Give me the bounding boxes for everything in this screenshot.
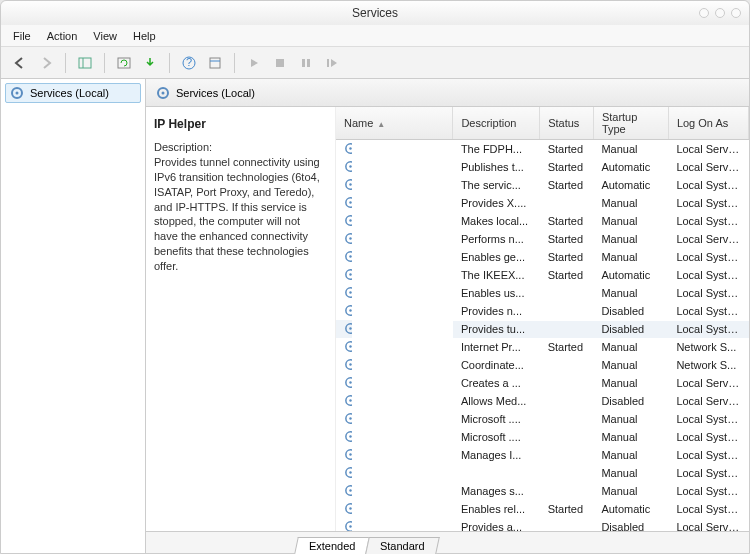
table-row[interactable]: Microsoft .NET Fra...Microsoft ....Manua… — [336, 410, 749, 428]
menu-help[interactable]: Help — [133, 30, 156, 42]
svg-point-26 — [349, 237, 351, 239]
table-row[interactable]: Group Policy ClientThe servic...StartedA… — [336, 176, 749, 194]
maximize-button[interactable] — [715, 8, 725, 18]
cell-description: Makes local... — [453, 212, 540, 230]
cell-status: Started — [540, 266, 594, 284]
col-name[interactable]: Name▲ — [336, 107, 453, 140]
tree-item-services-local[interactable]: Services (Local) — [5, 83, 141, 103]
cell-status — [540, 374, 594, 392]
cell-description: Microsoft .... — [453, 428, 540, 446]
cell-log-on-as: Local Service — [668, 158, 748, 176]
table-row[interactable]: Interactive Service...Enables us...Manua… — [336, 284, 749, 302]
cell-log-on-as: Network S... — [668, 356, 748, 374]
cell-name: KtmRm for Distribut... — [336, 356, 352, 374]
table-row[interactable]: IKE and AuthIP IPs...The IKEEX...Started… — [336, 266, 749, 284]
cell-log-on-as: Local System — [668, 266, 748, 284]
table-row[interactable]: Internet Connectio...Provides n...Disabl… — [336, 302, 749, 320]
cell-description: Enables rel... — [453, 500, 540, 518]
cell-name: Link-Layer Topolog... — [336, 374, 352, 392]
services-window: Services File Action View Help ? — [0, 0, 750, 554]
cell-log-on-as: Network S... — [668, 338, 748, 356]
menu-file[interactable]: File — [13, 30, 31, 42]
cell-description — [453, 464, 540, 482]
service-gear-icon — [344, 484, 352, 497]
table-row[interactable]: HomeGroup ProviderPerforms n...StartedMa… — [336, 230, 749, 248]
cell-description: Microsoft .... — [453, 410, 540, 428]
service-gear-icon — [344, 358, 352, 371]
table-row[interactable]: Net.Tcp Port Sharin...Provides a...Disab… — [336, 518, 749, 531]
service-gear-icon — [344, 376, 352, 389]
svg-point-50 — [349, 453, 351, 455]
pause-service-button[interactable] — [295, 52, 317, 74]
table-row[interactable]: IPsec Policy AgentInternet Pr...StartedM… — [336, 338, 749, 356]
cell-status: Started — [540, 176, 594, 194]
table-row[interactable]: Microsoft iSCSI Initi...Manages I...Manu… — [336, 446, 749, 464]
tab-standard[interactable]: Standard — [366, 537, 440, 554]
cell-startup-type: Manual — [593, 194, 668, 212]
body: Services (Local) Services (Local) IP Hel… — [1, 79, 749, 553]
table-row[interactable]: Microsoft SharePoi...ManualLocal System — [336, 464, 749, 482]
cell-startup-type: Disabled — [593, 302, 668, 320]
cell-name: IP Helper — [336, 320, 352, 338]
back-button[interactable] — [9, 52, 31, 74]
detail-header-label: Services (Local) — [176, 87, 255, 99]
service-gear-icon — [344, 466, 352, 479]
cell-startup-type: Manual — [593, 428, 668, 446]
table-row[interactable]: HomeGroup ListenerMakes local...StartedM… — [336, 212, 749, 230]
table-row[interactable]: Human Interface D...Enables ge...Started… — [336, 248, 749, 266]
forward-button[interactable] — [35, 52, 57, 74]
close-button[interactable] — [731, 8, 741, 18]
service-gear-icon — [344, 340, 352, 353]
svg-point-56 — [349, 507, 351, 509]
help-button[interactable]: ? — [178, 52, 200, 74]
menu-view[interactable]: View — [93, 30, 117, 42]
table-row[interactable]: Health Key and Cer...Provides X....Manua… — [336, 194, 749, 212]
service-gear-icon — [344, 178, 352, 191]
service-gear-icon — [344, 448, 352, 461]
services-table-pane[interactable]: Name▲ Description Status Startup Type Lo… — [336, 107, 749, 531]
svg-point-44 — [349, 399, 351, 401]
cell-startup-type: Manual — [593, 482, 668, 500]
menu-action[interactable]: Action — [47, 30, 78, 42]
col-startup-type[interactable]: Startup Type — [593, 107, 668, 140]
cell-log-on-as: Local System — [668, 500, 748, 518]
table-row[interactable]: Microsoft .NET Fra...Microsoft ....Manua… — [336, 428, 749, 446]
cell-description: The servic... — [453, 176, 540, 194]
tab-extended[interactable]: Extended — [294, 537, 370, 554]
table-header-row: Name▲ Description Status Startup Type Lo… — [336, 107, 749, 140]
show-hide-tree-button[interactable] — [74, 52, 96, 74]
table-row[interactable]: Media Center Exte...Allows Med...Disable… — [336, 392, 749, 410]
properties-button[interactable] — [204, 52, 226, 74]
cell-name: Interactive Service... — [336, 284, 352, 302]
services-table: Name▲ Description Status Startup Type Lo… — [336, 107, 749, 531]
start-service-button[interactable] — [243, 52, 265, 74]
table-row[interactable]: Function Discovery ...The FDPH...Started… — [336, 140, 749, 159]
stop-service-button[interactable] — [269, 52, 291, 74]
refresh-all-button[interactable] — [113, 52, 135, 74]
minimize-button[interactable] — [699, 8, 709, 18]
cell-name: Health Key and Cer... — [336, 194, 352, 212]
cell-name: Microsoft iSCSI Initi... — [336, 446, 352, 464]
table-row[interactable]: IP HelperProvides tu...DisabledLocal Sys… — [336, 320, 749, 338]
svg-point-24 — [349, 219, 351, 221]
cell-startup-type: Automatic — [593, 176, 668, 194]
col-status[interactable]: Status — [540, 107, 594, 140]
col-log-on-as[interactable]: Log On As — [668, 107, 748, 140]
service-gear-icon — [344, 286, 352, 299]
table-row[interactable]: Microsoft Software ...Manages s...Manual… — [336, 482, 749, 500]
table-row[interactable]: Function Discovery ...Publishes t...Star… — [336, 158, 749, 176]
restart-service-button[interactable] — [321, 52, 343, 74]
cell-name: Human Interface D... — [336, 248, 352, 266]
description-pane: IP Helper Description: Provides tunnel c… — [146, 107, 336, 531]
export-list-button[interactable] — [139, 52, 161, 74]
table-row[interactable]: Multimedia Class Sc...Enables rel...Star… — [336, 500, 749, 518]
service-gear-icon — [344, 412, 352, 425]
cell-description: Internet Pr... — [453, 338, 540, 356]
cell-log-on-as: Local System — [668, 176, 748, 194]
col-description[interactable]: Description — [453, 107, 540, 140]
cell-status — [540, 302, 594, 320]
service-gear-icon — [344, 160, 352, 173]
cell-startup-type: Manual — [593, 212, 668, 230]
table-row[interactable]: Link-Layer Topolog...Creates a ...Manual… — [336, 374, 749, 392]
table-row[interactable]: KtmRm for Distribut...Coordinate...Manua… — [336, 356, 749, 374]
